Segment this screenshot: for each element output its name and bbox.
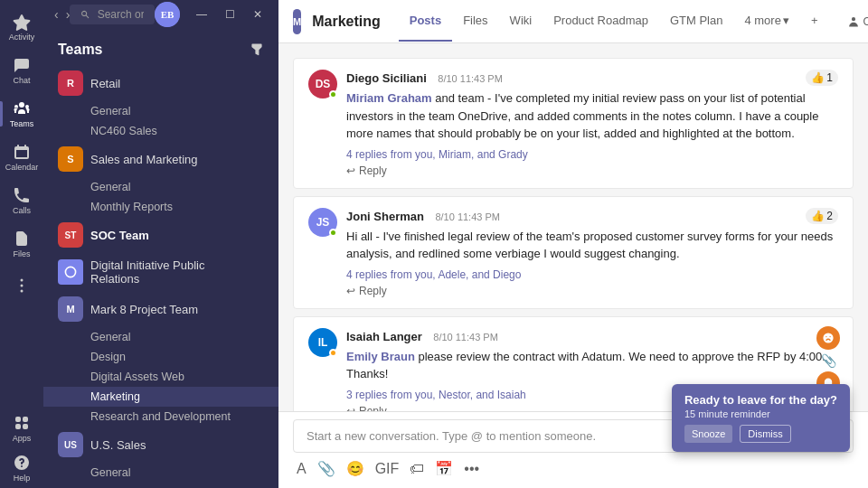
- dismiss-button[interactable]: Dismiss: [740, 425, 791, 443]
- snooze-button[interactable]: Snooze: [684, 425, 732, 443]
- icon-bar: Activity Chat Teams Calendar Calls Files: [0, 0, 43, 488]
- message-time: 8/10 11:43 PM: [438, 73, 503, 84]
- search-bar[interactable]: [70, 5, 155, 24]
- team-item-soc[interactable]: ST SOC Team •••: [43, 217, 278, 253]
- message-time: 8/10 11:43 PM: [435, 211, 500, 222]
- channel-mark8-digital[interactable]: Digital Assets Web: [43, 367, 278, 387]
- team-item-digital[interactable]: Digital Initiative Public Relations •••: [43, 253, 278, 291]
- emoji-icon: [822, 332, 835, 344]
- reply-button[interactable]: ↩ Reply: [346, 285, 838, 297]
- team-name-retail: Retail: [90, 77, 241, 90]
- reply-button[interactable]: ↩ Reply: [346, 164, 838, 177]
- avatar: DS: [308, 70, 337, 99]
- message-item: JS Joni Sherman 8/10 11:43 PM Hi all - I…: [293, 196, 854, 309]
- reaction-badge[interactable]: 👍 2: [806, 208, 838, 224]
- svg-text:EB: EB: [161, 9, 175, 20]
- reaction-icon[interactable]: [816, 326, 840, 350]
- calendar-label: Calendar: [5, 163, 39, 172]
- reply-arrow-icon: ↩: [346, 164, 355, 177]
- team-item-ussales[interactable]: US U.S. Sales •••: [43, 427, 278, 463]
- sidebar-item-teams[interactable]: Teams: [0, 94, 43, 134]
- avatar: IL: [308, 328, 337, 357]
- team-item-mark8[interactable]: M Mark 8 Project Team •••: [43, 291, 278, 327]
- team-name-ussales: U.S. Sales: [90, 438, 241, 452]
- activity-icon: [13, 13, 31, 31]
- reaction-badge[interactable]: 👍 1: [806, 70, 838, 86]
- tab-files[interactable]: Files: [452, 1, 498, 42]
- tab-product-roadmap[interactable]: Product Roadmap: [542, 1, 659, 42]
- more-options-icon[interactable]: •••: [460, 457, 483, 481]
- teams-panel: ‹ › EB — ☐ ✕ Teams: [43, 0, 278, 488]
- message-time: 8/10 11:43 PM: [433, 332, 498, 343]
- channel-header-right: Org Meet ▾ ⓘ •••: [840, 8, 868, 34]
- minimize-button[interactable]: —: [191, 6, 212, 23]
- sidebar-item-apps[interactable]: Apps: [0, 408, 43, 448]
- team-item-sales-marketing[interactable]: S Sales and Marketing •••: [43, 141, 278, 177]
- status-badge: [329, 229, 337, 237]
- svg-point-1: [21, 285, 24, 287]
- channel-ussales-general[interactable]: General: [43, 463, 278, 483]
- channel-retail-nc460[interactable]: NC460 Sales: [43, 121, 278, 141]
- replies-link[interactable]: 4 replies from you, Miriam, and Grady: [346, 148, 838, 161]
- org-button[interactable]: Org: [840, 12, 868, 32]
- message-item: DS Diego Siciliani 8/10 11:43 PM Miriam …: [293, 58, 854, 189]
- nav-back[interactable]: ‹: [54, 7, 59, 22]
- team-name-soc: SOC Team: [90, 229, 241, 242]
- maximize-button[interactable]: ☐: [220, 6, 241, 23]
- close-button[interactable]: ✕: [248, 6, 268, 23]
- channel-monthly-reports[interactable]: Monthly Reports: [43, 197, 278, 217]
- activity-label: Activity: [9, 33, 35, 42]
- tab-more[interactable]: 4 more ▾: [733, 1, 799, 42]
- files-label: Files: [13, 249, 30, 258]
- sidebar-item-calendar[interactable]: Calendar: [0, 137, 43, 177]
- sidebar-item-more[interactable]: [0, 271, 43, 300]
- sticker-icon[interactable]: 🏷: [406, 457, 428, 481]
- status-badge: [329, 90, 337, 99]
- reply-arrow-icon: ↩: [346, 285, 355, 297]
- sidebar-item-calls[interactable]: Calls: [0, 181, 43, 221]
- message-reactions: 👍 2: [806, 208, 838, 224]
- channel-sales-general[interactable]: General: [43, 177, 278, 197]
- sidebar-item-chat[interactable]: Chat: [0, 51, 43, 90]
- format-icon[interactable]: A: [293, 457, 310, 481]
- search-input[interactable]: [98, 8, 144, 21]
- user-avatar-img: EB: [155, 2, 180, 27]
- replies-link[interactable]: 4 replies from you, Adele, and Diego: [346, 268, 838, 281]
- attach-icon[interactable]: 📎: [314, 456, 339, 481]
- files-icon: [13, 230, 31, 248]
- team-name-mark8: Mark 8 Project Team: [90, 303, 241, 316]
- nav-arrows: ‹ ›: [54, 7, 70, 22]
- teams-icon: [13, 99, 31, 117]
- team-item-retail[interactable]: R Retail •••: [43, 65, 278, 101]
- reply-arrow-icon: ↩: [346, 405, 355, 412]
- sidebar-item-files[interactable]: Files: [0, 224, 43, 264]
- sidebar-item-help[interactable]: Help: [0, 448, 43, 488]
- channel-mark8-general[interactable]: General: [43, 327, 278, 347]
- apps-label: Apps: [13, 434, 32, 443]
- channel-retail-general[interactable]: General: [43, 101, 278, 121]
- tab-gtm-plan[interactable]: GTM Plan: [659, 1, 734, 42]
- team-avatar-sales: S: [58, 146, 83, 172]
- teams-panel-title: Teams: [58, 42, 103, 58]
- channel-mark8-rd[interactable]: Research and Development: [43, 407, 278, 427]
- emoji-icon[interactable]: 😊: [343, 456, 368, 481]
- message-body: Joni Sherman 8/10 11:43 PM Hi all - I've…: [346, 208, 838, 297]
- user-avatar[interactable]: EB: [155, 2, 180, 27]
- channel-mark8-design[interactable]: Design: [43, 347, 278, 367]
- team-avatar-soc: ST: [58, 222, 83, 248]
- teams-filter-icon[interactable]: [250, 42, 264, 57]
- gif-icon[interactable]: GIF: [372, 457, 403, 481]
- meet-now-icon[interactable]: 📅: [431, 456, 457, 481]
- message-reactions: 👍 1: [806, 70, 838, 86]
- more-icon: [13, 277, 31, 295]
- apps-icon: [13, 414, 31, 432]
- sidebar-item-activity[interactable]: Activity: [0, 7, 43, 47]
- add-tab-button[interactable]: +: [800, 1, 829, 42]
- channel-mark8-marketing[interactable]: Marketing: [43, 387, 278, 407]
- tab-posts[interactable]: Posts: [399, 1, 452, 42]
- channel-tabs: Posts Files Wiki Product Roadmap GTM Pla…: [399, 1, 829, 42]
- channel-ussales-east[interactable]: Sales East: [43, 483, 278, 488]
- attachment-icon[interactable]: 📎: [821, 353, 836, 368]
- tab-wiki[interactable]: Wiki: [499, 1, 543, 42]
- message-text: Emily Braun please review the contract w…: [346, 348, 838, 383]
